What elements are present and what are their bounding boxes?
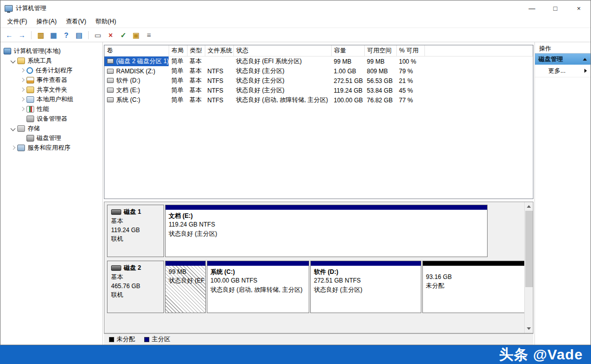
dialog-icon[interactable]: ▭ bbox=[93, 31, 102, 40]
col-filesystem[interactable]: 文件系统 bbox=[205, 45, 233, 57]
col-capacity[interactable]: 容量 bbox=[331, 45, 364, 57]
menu-action[interactable]: 操作(A) bbox=[32, 16, 61, 27]
mark-partition-icon[interactable]: ✓ bbox=[119, 31, 128, 40]
collapse-icon[interactable] bbox=[19, 87, 25, 93]
volume-row-system-c[interactable]: 系统 (C:) 简单 基本 NTFS 状态良好 (启动, 故障转储, 主分区) … bbox=[104, 95, 533, 105]
collapse-icon[interactable] bbox=[19, 106, 25, 113]
col-pct-free[interactable]: % 可用 bbox=[396, 45, 424, 57]
tree-item-task-scheduler[interactable]: 任务计划程序 bbox=[1, 66, 102, 75]
collapse-icon[interactable] bbox=[19, 96, 25, 103]
volume-row-efi[interactable]: (磁盘 2 磁盘分区 1) 简单 基本 状态良好 (EFI 系统分区) 99 M… bbox=[104, 57, 533, 67]
tree-item-shared-folders[interactable]: 共享文件夹 bbox=[1, 85, 102, 95]
hard-disk-icon bbox=[111, 265, 121, 271]
menu-help[interactable]: 帮助(H) bbox=[91, 16, 121, 27]
collapse-icon[interactable] bbox=[10, 145, 16, 151]
tree-item-device-manager[interactable]: 设备管理器 bbox=[1, 114, 102, 124]
spacer bbox=[19, 135, 25, 142]
disk-icon bbox=[26, 135, 34, 142]
legend-bar: 未分配 主分区 bbox=[104, 333, 533, 345]
expand-icon[interactable] bbox=[10, 58, 16, 64]
main-area: 计算机管理(本地) 系统工具 任务计划程序 事件查看器 bbox=[1, 42, 590, 345]
toolbar: ← → ▥ ▦ ? ▤ ▭ × ✓ ▣ ≡ bbox=[1, 28, 590, 42]
tree-item-local-users-groups[interactable]: 本地用户和组 bbox=[1, 95, 102, 104]
primary-partition-strip bbox=[311, 261, 421, 266]
volume-row-ramdisk-z[interactable]: RAMDISK (Z:) 简单 基本 NTFS 状态良好 (主分区) 1.00 … bbox=[104, 66, 533, 76]
open-folder-icon[interactable]: ▣ bbox=[131, 31, 141, 40]
volume-icon bbox=[107, 59, 114, 64]
screen: 计算机管理 — □ × 文件(F) 操作(A) 查看(V) 帮助(H) ← → … bbox=[0, 0, 591, 364]
partition-docs-e[interactable]: 文档 (E:) 119.24 GB NTFS 状态良好 (主分区) bbox=[165, 205, 488, 257]
performance-icon bbox=[26, 106, 34, 113]
col-status[interactable]: 状态 bbox=[233, 45, 331, 57]
window-title: 计算机管理 bbox=[16, 4, 46, 13]
vertical-scrollbar[interactable] bbox=[524, 202, 533, 333]
col-filler bbox=[424, 45, 533, 57]
tree-item-storage[interactable]: 存储 bbox=[1, 124, 102, 133]
partition-efi[interactable]: 99 MB 状态良好 (EF bbox=[165, 261, 206, 313]
help-icon[interactable]: ? bbox=[62, 31, 71, 40]
app-icon bbox=[5, 5, 13, 12]
collapse-icon bbox=[583, 58, 587, 61]
export-list-icon[interactable]: ▦ bbox=[49, 31, 58, 40]
storage-icon bbox=[17, 125, 25, 132]
col-layout[interactable]: 布局 bbox=[169, 45, 187, 57]
primary-partition-swatch bbox=[144, 337, 149, 342]
expand-icon[interactable] bbox=[10, 125, 16, 132]
delete-volume-icon[interactable]: × bbox=[106, 31, 115, 40]
toolbar-separator bbox=[88, 31, 89, 39]
computer-management-window: 计算机管理 — □ × 文件(F) 操作(A) 查看(V) 帮助(H) ← → … bbox=[0, 0, 591, 345]
partition-software-d[interactable]: 软件 (D:) 272.51 GB NTFS 状态良好 (主分区) bbox=[310, 261, 421, 313]
tree-item-performance[interactable]: 性能 bbox=[1, 104, 102, 114]
arrow-down-icon bbox=[527, 327, 531, 330]
col-type[interactable]: 类型 bbox=[187, 45, 205, 57]
scrollbar-thumb[interactable] bbox=[525, 211, 533, 287]
actions-title: 操作 bbox=[535, 42, 590, 53]
volume-row-docs-e[interactable]: 文档 (E:) 简单 基本 NTFS 状态良好 (主分区) 119.24 GB … bbox=[104, 86, 533, 95]
menu-view[interactable]: 查看(V) bbox=[61, 16, 91, 27]
properties-icon[interactable]: ▤ bbox=[74, 31, 84, 40]
submenu-arrow-icon bbox=[584, 69, 587, 73]
show-tree-icon[interactable]: ▥ bbox=[36, 31, 45, 40]
view-details-icon[interactable]: ≡ bbox=[144, 31, 153, 40]
disk-2-row: 磁盘 2 基本 465.76 GB 联机 99 MB 状态良好 bbox=[107, 261, 522, 313]
hard-disk-icon bbox=[111, 209, 121, 215]
close-button[interactable]: × bbox=[567, 1, 590, 16]
actions-disk-management-header[interactable]: 磁盘管理 bbox=[535, 53, 590, 65]
tree-item-system-tools[interactable]: 系统工具 bbox=[1, 56, 102, 66]
disk-graphic-view: 磁盘 1 基本 119.24 GB 联机 文档 (E:) 119 bbox=[104, 202, 533, 333]
more-actions-item[interactable]: 更多... bbox=[535, 65, 590, 77]
system-tools-icon bbox=[17, 58, 25, 64]
minimize-button[interactable]: — bbox=[520, 1, 544, 16]
disk-1-label[interactable]: 磁盘 1 基本 119.24 GB 联机 bbox=[107, 205, 164, 257]
menu-file[interactable]: 文件(F) bbox=[3, 16, 32, 27]
col-volume[interactable]: 卷 bbox=[104, 45, 169, 57]
col-free-space[interactable]: 可用空间 bbox=[364, 45, 396, 57]
tree-item-computer-management[interactable]: 计算机管理(本地) bbox=[1, 46, 102, 56]
unallocated-strip bbox=[423, 261, 526, 266]
forward-icon[interactable]: → bbox=[17, 31, 26, 40]
disk-2-label[interactable]: 磁盘 2 基本 465.76 GB 联机 bbox=[107, 261, 164, 313]
collapse-icon[interactable] bbox=[19, 67, 25, 74]
window-controls: — □ × bbox=[520, 1, 590, 16]
tree-item-event-viewer[interactable]: 事件查看器 bbox=[1, 75, 102, 85]
volume-row-software-d[interactable]: 软件 (D:) 简单 基本 NTFS 状态良好 (主分区) 272.51 GB … bbox=[104, 76, 533, 86]
computer-icon bbox=[4, 48, 11, 54]
tree-item-services-apps[interactable]: 服务和应用程序 bbox=[1, 143, 102, 153]
scroll-up-button[interactable] bbox=[525, 202, 533, 211]
tree-item-disk-management[interactable]: 磁盘管理 bbox=[1, 133, 102, 143]
primary-partition-strip bbox=[207, 261, 309, 266]
console-tree: 计算机管理(本地) 系统工具 任务计划程序 事件查看器 bbox=[1, 42, 103, 345]
collapse-icon[interactable] bbox=[19, 77, 25, 83]
maximize-button[interactable]: □ bbox=[544, 1, 567, 16]
services-icon bbox=[17, 145, 25, 151]
primary-partition-strip bbox=[166, 205, 487, 210]
partition-system-c[interactable]: 系统 (C:) 100.00 GB NTFS 状态良好 (启动, 故障转储, 主… bbox=[207, 261, 309, 313]
volume-list: 卷 布局 类型 文件系统 状态 容量 可用空间 % 可用 bbox=[104, 45, 533, 199]
spacer bbox=[19, 116, 25, 122]
legend-unallocated: 未分配 bbox=[109, 335, 135, 344]
partition-unallocated[interactable]: 93.16 GB 未分配 bbox=[422, 261, 527, 313]
shared-folders-icon bbox=[26, 87, 34, 93]
event-viewer-icon bbox=[26, 77, 34, 83]
back-icon[interactable]: ← bbox=[5, 31, 14, 40]
watermark-strip: 头条 @Vade bbox=[0, 345, 591, 364]
